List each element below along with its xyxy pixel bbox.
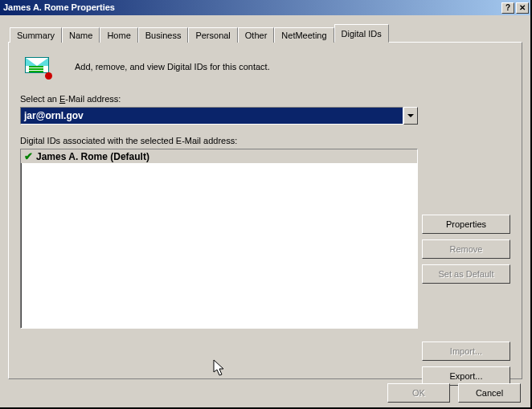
client-area: Summary Name Home Business Personal Othe… [0,15,530,387]
tab-name[interactable]: Name [62,27,100,43]
titlebar: James A. Rome Properties ? ✕ [0,0,530,15]
ok-button: OK [387,383,450,403]
tab-other[interactable]: Other [238,27,275,43]
cancel-button[interactable]: Cancel [458,383,521,403]
tab-digital-ids[interactable]: Digital IDs [334,24,389,43]
check-icon: ✔ [24,150,33,162]
set-default-button: Set as Default [422,264,510,284]
digital-ids-listbox[interactable]: ✔ James A. Rome (Default) [20,149,418,329]
tabstrip: Summary Name Home Business Personal Othe… [10,23,522,42]
side-button-group: Properties Remove Set as Default Import.… [422,215,510,386]
certificate-icon [25,57,51,76]
help-button[interactable]: ? [501,2,514,14]
tab-summary[interactable]: Summary [10,27,62,43]
window-title: James A. Rome Properties [3,0,500,15]
dialog-buttons: OK Cancel [387,383,521,403]
tab-netmeeting[interactable]: NetMeeting [274,27,334,43]
chevron-down-icon [407,114,414,117]
email-label: Select an E-Mail address: [20,94,510,104]
panel-description: Add, remove, and view Digital IDs for th… [75,62,270,72]
email-combobox[interactable]: jar@ornl.gov [20,107,418,125]
panel-header: Add, remove, and view Digital IDs for th… [20,57,510,76]
tab-personal[interactable]: Personal [188,27,237,43]
import-button: Import... [422,342,510,361]
titlebar-buttons: ? ✕ [500,2,530,14]
list-item[interactable]: ✔ James A. Rome (Default) [21,149,417,163]
properties-button[interactable]: Properties [422,215,510,234]
tab-business[interactable]: Business [138,27,189,43]
email-selector-group: Select an E-Mail address: jar@ornl.gov [20,94,510,125]
tab-panel: Add, remove, and view Digital IDs for th… [8,42,522,379]
mouse-cursor-icon [213,359,226,381]
email-value[interactable]: jar@ornl.gov [20,107,403,125]
combo-dropdown-button[interactable] [403,107,418,125]
close-button[interactable]: ✕ [516,2,529,14]
tab-home[interactable]: Home [100,27,137,43]
list-label: Digital IDs associated with the selected… [20,136,510,145]
list-item-text: James A. Rome (Default) [36,151,149,162]
remove-button: Remove [422,239,510,259]
